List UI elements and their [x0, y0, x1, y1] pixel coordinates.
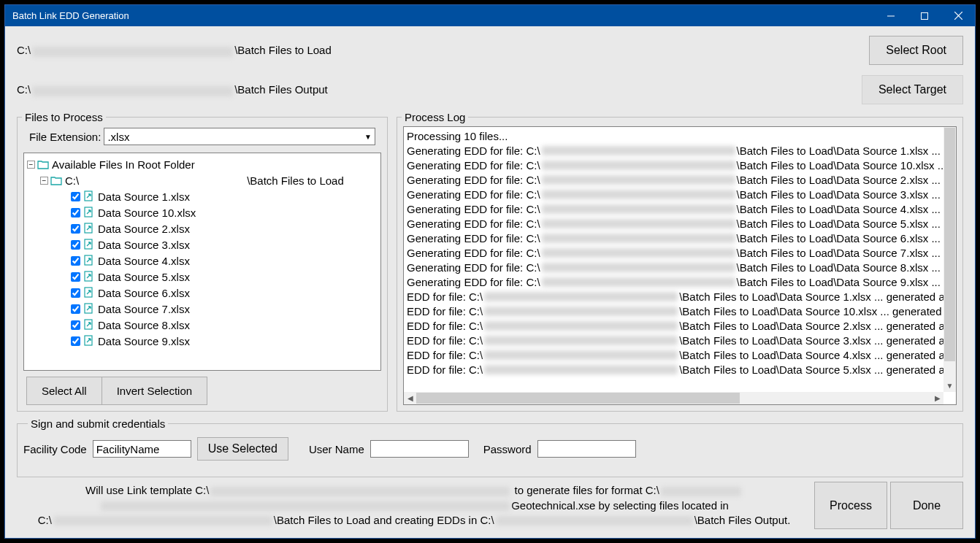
file-name: Data Source 9.xlsx: [98, 335, 190, 347]
process-log-panel: Process Log Processing 10 files...Genera…: [397, 111, 963, 412]
file-checkbox[interactable]: [71, 240, 80, 250]
log-line: Generating EDD for file: C:\\Batch Files…: [407, 158, 953, 172]
target-path: C:\\Batch Files Output: [17, 83, 862, 96]
file-shortcut-icon: [83, 190, 95, 202]
scroll-left-icon[interactable]: ◀: [404, 392, 416, 404]
facility-code-input[interactable]: [93, 440, 191, 458]
file-name: Data Source 2.xlsx: [98, 223, 190, 235]
log-line: Generating EDD for file: C:\\Batch Files…: [407, 245, 953, 260]
collapse-icon[interactable]: −: [27, 161, 35, 169]
log-line: EDD for file: C:\\Batch Files to Load\Da…: [407, 362, 953, 377]
log-line: Generating EDD for file: C:\\Batch Files…: [407, 231, 953, 245]
file-extension-select[interactable]: .xlsx ▼: [104, 128, 375, 145]
file-name: Data Source 5.xlsx: [98, 271, 190, 283]
log-line: Generating EDD for file: C:\\Batch Files…: [407, 216, 953, 231]
tree-file-item[interactable]: Data Source 10.xlsx: [27, 204, 380, 220]
file-shortcut-icon: [83, 335, 95, 347]
scrollbar-thumb[interactable]: [944, 128, 955, 361]
select-root-button[interactable]: Select Root: [869, 36, 963, 65]
log-line: Generating EDD for file: C:\\Batch Files…: [407, 143, 953, 158]
log-line: Generating EDD for file: C:\\Batch Files…: [407, 274, 953, 289]
app-window: Batch Link EDD Generation C:\\Batch File…: [4, 4, 976, 539]
file-checkbox[interactable]: [71, 208, 80, 217]
tree-file-item[interactable]: Data Source 1.xlsx: [27, 188, 380, 204]
file-name: Data Source 1.xlsx: [98, 190, 190, 203]
log-line: Processing 10 files...: [407, 128, 953, 143]
use-selected-button[interactable]: Use Selected: [197, 437, 288, 461]
file-checkbox[interactable]: [71, 336, 80, 346]
root-path: C:\\Batch Files to Load: [17, 44, 869, 56]
file-checkbox[interactable]: [71, 256, 80, 266]
log-line: EDD for file: C:\\Batch Files to Load\Da…: [407, 318, 953, 333]
select-all-button[interactable]: Select All: [26, 377, 102, 405]
minimize-button[interactable]: [874, 5, 908, 26]
done-button[interactable]: Done: [890, 482, 963, 529]
close-button[interactable]: [941, 5, 975, 26]
titlebar: Batch Link EDD Generation: [5, 5, 975, 26]
file-name: Data Source 6.xlsx: [98, 287, 190, 299]
log-line: Generating EDD for file: C:\\Batch Files…: [407, 187, 953, 201]
log-line: Generating EDD for file: C:\\Batch Files…: [407, 260, 953, 274]
invert-selection-button[interactable]: Invert Selection: [102, 377, 207, 405]
log-line: Generating EDD for file: C:\\Batch Files…: [407, 172, 953, 187]
file-checkbox[interactable]: [71, 224, 80, 234]
tree-file-item[interactable]: Data Source 8.xlsx: [27, 317, 380, 333]
tree-file-item[interactable]: Data Source 2.xlsx: [27, 220, 380, 236]
log-line: EDD for file: C:\\Batch Files to Load\Da…: [407, 333, 953, 347]
file-checkbox[interactable]: [71, 192, 80, 201]
folder-open-icon: [50, 175, 62, 185]
credentials-panel: Sign and submit credentials Facility Cod…: [17, 417, 963, 477]
facility-code-label: Facility Code: [23, 443, 87, 455]
file-shortcut-icon: [83, 207, 95, 218]
tree-root-label: Available Files In Root Folder: [52, 158, 195, 171]
tree-folder-label: C:\\Batch Files to Load: [65, 174, 344, 187]
file-shortcut-icon: [83, 223, 95, 234]
scroll-down-icon[interactable]: ▼: [943, 380, 956, 392]
tree-file-item[interactable]: Data Source 9.xlsx: [27, 333, 380, 349]
file-checkbox[interactable]: [71, 272, 80, 282]
tree-file-item[interactable]: Data Source 6.xlsx: [27, 285, 380, 301]
scroll-right-icon[interactable]: ▶: [931, 392, 943, 404]
tree-file-item[interactable]: Data Source 7.xlsx: [27, 301, 380, 317]
log-line: EDD for file: C:\\Batch Files to Load\Da…: [407, 289, 953, 304]
log-line: Generating EDD for file: C:\\Batch Files…: [407, 201, 953, 216]
file-shortcut-icon: [83, 287, 95, 299]
folder-open-icon: [37, 159, 49, 169]
process-log[interactable]: Processing 10 files...Generating EDD for…: [403, 126, 957, 405]
credentials-legend: Sign and submit credentials: [28, 417, 168, 430]
file-shortcut-icon: [83, 271, 95, 282]
file-shortcut-icon: [83, 319, 95, 331]
username-label: User Name: [309, 443, 364, 455]
tree-file-item[interactable]: Data Source 3.xlsx: [27, 236, 380, 253]
maximize-button[interactable]: [908, 5, 941, 26]
file-name: Data Source 8.xlsx: [98, 319, 190, 331]
vertical-scrollbar[interactable]: ▼: [943, 127, 956, 392]
file-checkbox[interactable]: [71, 288, 80, 298]
tree-file-item[interactable]: Data Source 4.xlsx: [27, 253, 380, 269]
window-title: Batch Link EDD Generation: [12, 10, 874, 21]
scrollbar-thumb[interactable]: [416, 393, 740, 404]
log-line: EDD for file: C:\\Batch Files to Load\Da…: [407, 347, 953, 362]
username-input[interactable]: [370, 440, 469, 458]
file-shortcut-icon: [83, 255, 95, 266]
files-to-process-panel: Files to Process File Extension: .xlsx ▼…: [17, 111, 388, 412]
file-checkbox[interactable]: [71, 304, 80, 314]
log-panel-legend: Process Log: [402, 111, 468, 123]
file-name: Data Source 10.xlsx: [98, 207, 196, 219]
summary-text: Will use Link template C:\ to generate f…: [17, 480, 811, 531]
svg-rect-1: [922, 12, 928, 19]
tree-file-item[interactable]: Data Source 5.xlsx: [27, 269, 380, 285]
file-checkbox[interactable]: [71, 320, 80, 330]
horizontal-scrollbar[interactable]: ◀ ▶: [404, 392, 943, 404]
password-input[interactable]: [537, 440, 636, 458]
collapse-icon[interactable]: −: [40, 177, 48, 185]
file-extension-label: File Extension:: [29, 131, 101, 143]
select-target-button[interactable]: Select Target: [862, 75, 963, 104]
file-shortcut-icon: [83, 239, 95, 250]
file-name: Data Source 7.xlsx: [98, 303, 190, 315]
file-tree[interactable]: − Available Files In Root Folder −: [23, 153, 381, 371]
process-button[interactable]: Process: [814, 482, 887, 529]
file-name: Data Source 4.xlsx: [98, 255, 190, 267]
chevron-down-icon: ▼: [364, 133, 372, 141]
file-name: Data Source 3.xlsx: [98, 239, 190, 251]
